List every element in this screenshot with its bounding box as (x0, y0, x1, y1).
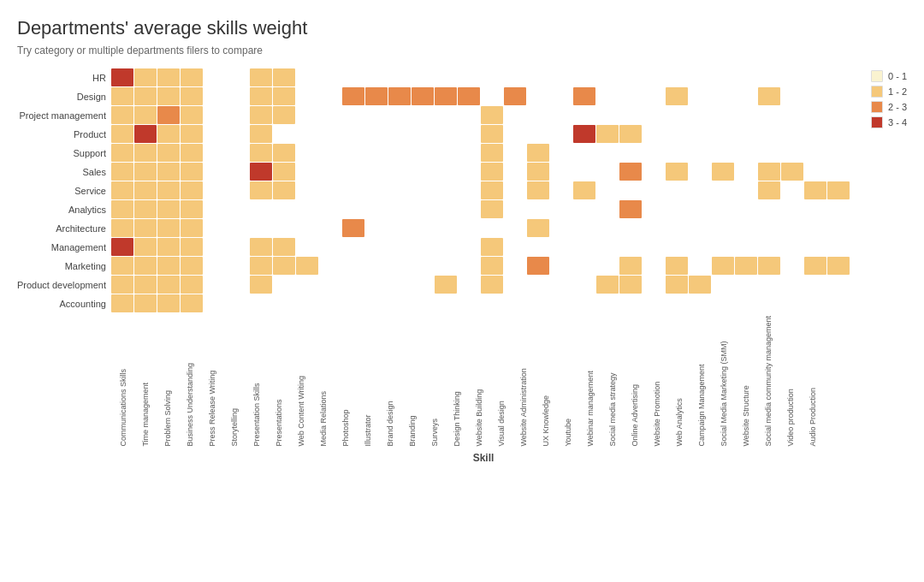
heatmap-cell (181, 181, 203, 199)
heatmap-cell (458, 106, 480, 124)
heatmap-cell (296, 163, 318, 181)
legend-label: 0 - 1 (888, 71, 907, 81)
heatmap-cell (435, 294, 457, 312)
x-axis: Communications SkillsTime managementProb… (111, 316, 856, 447)
heatmap-cell (458, 200, 480, 218)
legend-item: 3 - 4 (871, 116, 907, 128)
heatmap-cell (134, 163, 157, 181)
x-axis-label: Web Analytics (675, 316, 684, 447)
y-axis-label: Support (73, 144, 106, 163)
x-axis-label: Social media strategy (608, 316, 617, 447)
heatmap-cell (527, 276, 549, 294)
heatmap-cell (596, 200, 619, 218)
heatmap-cell (111, 181, 133, 199)
heatmap-cell (712, 294, 734, 312)
heatmap-cell (134, 106, 157, 124)
heatmap-cell (204, 238, 226, 256)
heatmap-cell (643, 125, 665, 143)
heatmap-cell (134, 125, 157, 143)
heatmap-cell (342, 125, 364, 143)
y-axis: HRDesignProject managementProductSupport… (17, 68, 111, 464)
heatmap-cell (250, 257, 272, 275)
heatmap-cell (250, 276, 272, 294)
heatmap-cell (250, 181, 272, 199)
heatmap-cell (527, 219, 549, 237)
heatmap-cell (781, 87, 803, 105)
x-axis-label: Presentations (275, 316, 283, 447)
heatmap-cell (666, 87, 688, 105)
heatmap-cell (296, 257, 318, 275)
heatmap-cell (388, 238, 411, 256)
heatmap-cell (388, 257, 411, 275)
heatmap-cell (666, 200, 688, 218)
heatmap-cell (804, 87, 826, 105)
x-axis-label: Visual design (497, 316, 506, 447)
heatmap-cell (619, 294, 642, 312)
heatmap-cell (735, 200, 757, 218)
heatmap-cell (134, 294, 157, 312)
heatmap-cell (365, 219, 388, 237)
heatmap-cell (319, 106, 341, 124)
x-label-wrapper: Web Analytics (668, 316, 690, 447)
heatmap-cell (712, 257, 734, 275)
heatmap-cell (527, 68, 549, 86)
heatmap-cell (527, 125, 549, 143)
heatmap-cell (712, 200, 734, 218)
heatmap-cell (550, 106, 572, 124)
x-axis-label: Social Media Marketing (SMM) (720, 316, 728, 447)
heatmap-cell (758, 144, 780, 162)
heatmap-cell (550, 238, 572, 256)
heatmap-cell (319, 257, 341, 275)
heatmap-cell (804, 144, 826, 162)
heatmap-cell (827, 87, 850, 105)
heatmap-cell (134, 238, 157, 256)
x-axis-label: Video production (786, 316, 795, 447)
heatmap-cell (804, 257, 826, 275)
x-label-wrapper: Website Structure (735, 316, 757, 447)
heatmap-cell (643, 106, 665, 124)
heatmap-cell (735, 87, 757, 105)
x-axis-label: Web Content Writing (297, 316, 305, 447)
heatmap-cell (619, 68, 642, 86)
x-axis-label: Youtube (564, 316, 572, 447)
heatmap-cell (481, 87, 503, 105)
heatmap-cell (758, 68, 780, 86)
heatmap-cell (388, 163, 411, 181)
heatmap-cell (435, 200, 457, 218)
heatmap-cell (388, 181, 411, 199)
x-label-wrapper: Web Content Writing (290, 316, 312, 447)
heatmap-cell (227, 238, 249, 256)
heatmap-cell (666, 181, 688, 199)
heatmap-cell (619, 87, 642, 105)
x-axis-label: Press Release Writing (208, 316, 216, 447)
heatmap-cell (273, 106, 295, 124)
heatmap-cell (296, 87, 318, 105)
heatmap-cell (758, 106, 780, 124)
heatmap-cell (735, 68, 757, 86)
heatmap-cell (111, 106, 133, 124)
x-axis-label: Presentation Skills (252, 316, 261, 447)
heatmap-cell (412, 125, 434, 143)
heatmap-cell (735, 257, 757, 275)
x-axis-label: Website Structure (742, 316, 750, 447)
x-axis-label: Brand design (386, 316, 394, 447)
x-label-wrapper: Website Building (468, 316, 490, 447)
heatmap-cell (435, 87, 457, 105)
heatmap-cell (204, 276, 226, 294)
heatmap-grid (111, 68, 856, 312)
heatmap-cell (596, 181, 619, 199)
heatmap-cell (296, 276, 318, 294)
x-label-wrapper: Video production (779, 316, 802, 447)
heatmap-cell (666, 163, 688, 181)
x-axis-label: Design Thinking (453, 316, 461, 447)
heatmap-cell (504, 181, 526, 199)
heatmap-cell (481, 68, 503, 86)
heatmap-cell (412, 219, 434, 237)
heatmap-cell (504, 200, 526, 218)
heatmap-cell (365, 144, 388, 162)
heatmap-cell (827, 163, 850, 181)
heatmap-cell (204, 106, 226, 124)
heatmap-cell (458, 87, 480, 105)
heatmap-cell (550, 125, 572, 143)
heatmap-cell (666, 125, 688, 143)
